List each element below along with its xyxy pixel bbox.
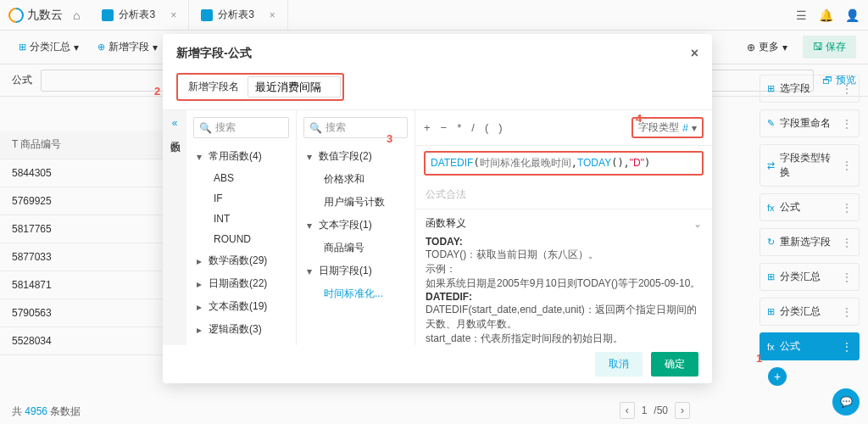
op-minus[interactable]: − xyxy=(441,121,448,134)
formula-status: 公式合法 xyxy=(415,181,712,209)
tree-group[interactable]: ▾日期字段(1) xyxy=(303,259,408,282)
annotation-1: 1 xyxy=(756,352,762,365)
tree-leaf[interactable]: ROUND xyxy=(193,229,289,249)
tree-leaf[interactable]: 用户编号计数 xyxy=(303,191,408,214)
op-div[interactable]: / xyxy=(471,121,475,134)
field-tree: 🔍 搜索 ▾数值字段(2) 价格求和 用户编号计数 ▾文本字段(1) 商品编号 … xyxy=(297,110,415,345)
tree-group[interactable]: ▸数学函数(29) xyxy=(193,249,289,272)
op-rparen[interactable]: ) xyxy=(498,121,502,134)
field-name-label: 新增字段名 xyxy=(180,76,248,98)
chat-fab[interactable]: 💬 xyxy=(832,388,860,416)
modal-title: 新增字段-公式 xyxy=(176,46,252,61)
formula-expression[interactable]: DATEDIF(时间标准化最晚时间,TODAY(),"D") xyxy=(424,151,704,176)
number-icon: # xyxy=(682,122,688,134)
tree-leaf[interactable]: INT xyxy=(193,209,289,229)
modal-header: 新增字段-公式 × xyxy=(163,34,712,73)
tree-group[interactable]: ▾文本字段(1) xyxy=(303,214,408,237)
func-sidebar: « 函数 xyxy=(163,110,186,345)
chevron-down-icon[interactable]: ⌄ xyxy=(693,218,702,230)
add-field-modal: 新增字段-公式 × 新增字段名 « 函数 🔍 搜索 ▾常用函数(4) ABS I… xyxy=(163,34,712,383)
modal-footer: 取消 确定 xyxy=(163,345,712,383)
annotation-4: 4 xyxy=(636,112,642,125)
ok-button[interactable]: 确定 xyxy=(651,352,698,377)
modal-close-icon[interactable]: × xyxy=(691,46,698,61)
annotation-2: 2 xyxy=(154,85,160,98)
tree-group[interactable]: ▸日期函数(22) xyxy=(193,272,289,295)
tree-leaf[interactable]: IF xyxy=(193,188,289,209)
field-name-row: 新增字段名 xyxy=(163,73,712,109)
tree-group[interactable]: ▸逻辑函数(3) xyxy=(193,318,289,341)
tree-group[interactable]: ▾常用函数(4) xyxy=(193,145,289,168)
formula-editor: + − * / ( ) 字段类型 #▾ DATEDIF(时间标准化最晚时间,TO… xyxy=(415,110,712,345)
function-tree: 🔍 搜索 ▾常用函数(4) ABS IF INT ROUND ▸数学函数(29)… xyxy=(186,110,297,345)
func-search[interactable]: 🔍 搜索 xyxy=(193,117,289,138)
tree-leaf[interactable]: 价格求和 xyxy=(303,168,408,191)
tree-leaf[interactable]: ABS xyxy=(193,168,289,188)
tree-group[interactable]: ▸文本函数(19) xyxy=(193,295,289,318)
annotation-3: 3 xyxy=(387,132,392,145)
op-plus[interactable]: + xyxy=(424,121,431,134)
cancel-button[interactable]: 取消 xyxy=(595,352,643,377)
field-type-selector[interactable]: 字段类型 #▾ xyxy=(632,117,704,138)
function-doc: 函数释义⌄ TODAY: TODAY()：获取当前日期（东八区）。 示例： 如果… xyxy=(415,209,712,345)
modal-body: « 函数 🔍 搜索 ▾常用函数(4) ABS IF INT ROUND ▸数学函… xyxy=(163,109,712,345)
collapse-icon[interactable]: « xyxy=(172,117,178,129)
operator-bar: + − * / ( ) 字段类型 #▾ xyxy=(415,110,712,146)
op-mul[interactable]: * xyxy=(457,121,461,134)
tree-group[interactable]: ▾数值字段(2) xyxy=(303,145,408,168)
op-lparen[interactable]: ( xyxy=(485,121,488,134)
tree-leaf-selected[interactable]: 时间标准化... xyxy=(303,282,408,305)
field-name-input[interactable] xyxy=(248,76,341,98)
tree-leaf[interactable]: 商品编号 xyxy=(303,237,408,259)
